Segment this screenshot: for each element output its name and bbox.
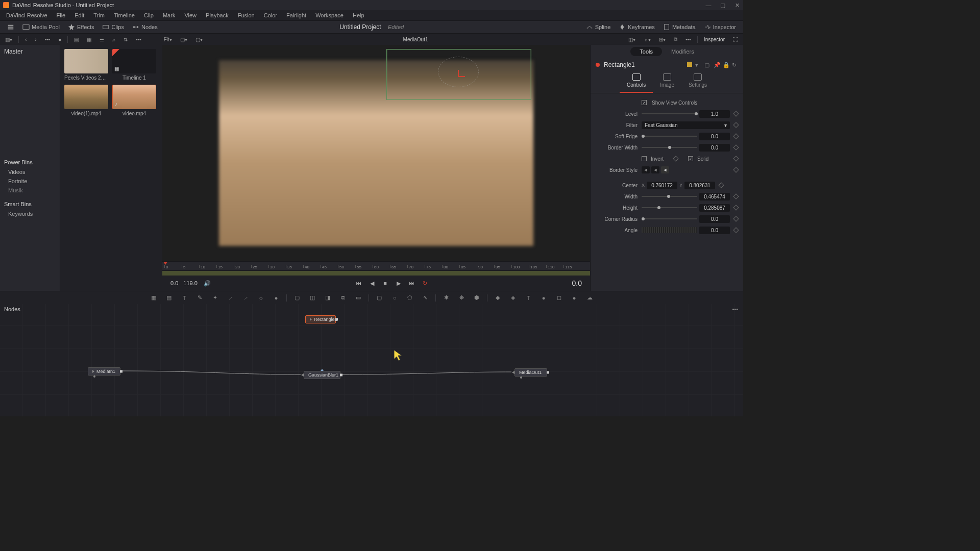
node-rectangle1[interactable]: Rectangle1 — [305, 315, 336, 323]
letterbox-tool-icon[interactable]: ▭ — [353, 293, 363, 303]
play-button[interactable]: ▶ — [394, 279, 403, 288]
menu-timeline[interactable]: Timeline — [110, 11, 139, 19]
sort-icon[interactable]: ⇅ — [121, 36, 130, 43]
level-slider[interactable] — [642, 113, 697, 114]
paint-tool-icon[interactable]: ✎ — [194, 293, 205, 303]
polygon-mask-icon[interactable]: ⬠ — [405, 293, 415, 303]
lock-icon[interactable]: 🔒 — [723, 62, 729, 68]
height-slider[interactable] — [642, 207, 697, 208]
angle-wheel[interactable] — [642, 227, 697, 233]
cloud-tool-icon[interactable]: ☁ — [584, 293, 595, 303]
menu-edit[interactable]: Edit — [70, 11, 88, 19]
transform-tool-icon[interactable]: ◫ — [307, 293, 317, 303]
soft-edge-value[interactable]: 0.0 — [699, 133, 730, 140]
stop-button[interactable]: ■ — [381, 279, 390, 288]
3d-tool-icon[interactable]: ◆ — [493, 293, 503, 303]
menu-view[interactable]: View — [180, 11, 201, 19]
node-mediaout1[interactable]: MediaOut1 — [514, 368, 547, 377]
nodes-options-icon[interactable]: ••• — [732, 306, 738, 312]
mute-button[interactable]: 🔊 — [203, 279, 212, 288]
sphere-tool-icon[interactable]: ● — [569, 293, 579, 303]
minimize-button[interactable]: — — [705, 2, 712, 8]
subtab-image[interactable]: Image — [653, 71, 681, 93]
media-pool-button[interactable]: Media Pool — [19, 22, 63, 32]
rectangle-mask-overlay[interactable] — [386, 49, 531, 100]
menu-help[interactable]: Help — [349, 11, 369, 19]
go-start-button[interactable]: ⏮ — [354, 279, 363, 288]
nodes-button[interactable]: Nodes — [129, 22, 161, 32]
menu-workspace[interactable]: Workspace — [311, 11, 348, 19]
width-slider[interactable] — [642, 196, 697, 197]
menu-trim[interactable]: Trim — [89, 11, 109, 19]
filter-select[interactable]: Fast Gaussian▾ — [642, 121, 730, 129]
show-view-controls-checkbox[interactable] — [642, 100, 647, 105]
detail-view-icon[interactable]: ☰ — [97, 36, 106, 43]
text-tool-icon[interactable]: ▤ — [164, 293, 174, 303]
smart-bin-keywords[interactable]: Keywords — [4, 209, 56, 218]
smart-bins-header[interactable]: Smart Bins — [4, 199, 56, 209]
tab-tools[interactable]: Tools — [630, 47, 662, 56]
pin-icon[interactable]: 📌 — [714, 62, 720, 68]
border-style-3[interactable]: ◄ — [661, 166, 669, 173]
menu-playback[interactable]: Playback — [202, 11, 233, 19]
loop-button[interactable]: ↻ — [421, 279, 430, 288]
keyframe-icon[interactable] — [733, 156, 739, 161]
timeline-ruler[interactable]: 0 5 10 15 20 25 30 35 40 45 50 55 60 65 … — [162, 261, 590, 270]
back-button[interactable]: ‹ — [23, 36, 29, 43]
soft-edge-slider[interactable] — [642, 136, 697, 137]
border-style-2[interactable]: ◄ — [651, 166, 659, 173]
ellipse-mask-icon[interactable]: ○ — [389, 293, 400, 303]
rectangle-mask-icon[interactable]: ▢ — [374, 293, 384, 303]
split-view-icon[interactable]: ◫▾ — [626, 36, 638, 43]
inspector-button[interactable]: Inspector — [701, 22, 739, 32]
menu-color[interactable]: Color — [260, 11, 281, 19]
center-y-value[interactable]: 0.802631 — [684, 182, 715, 189]
light-tool-icon[interactable]: ☼ — [256, 293, 266, 303]
sun-icon[interactable]: ☼▾ — [642, 36, 653, 43]
keyframe-icon[interactable] — [733, 122, 739, 128]
view-mode-2[interactable]: ▢▾ — [193, 36, 205, 43]
mask-tool-icon[interactable]: ⟋ — [225, 293, 235, 303]
nodes-panel[interactable]: Nodes ••• MediaIn1 Rectangle1 GaussianBl… — [0, 304, 743, 416]
node-gaussianblur1[interactable]: GaussianBlur1 — [304, 371, 340, 379]
record-icon[interactable]: ● — [56, 36, 63, 43]
effects-button[interactable]: Effects — [65, 22, 97, 32]
menu-mark[interactable]: Mark — [159, 11, 179, 19]
power-bins-header[interactable]: Power Bins — [4, 157, 56, 167]
node-mediain1[interactable]: MediaIn1 — [88, 367, 120, 375]
invert-checkbox[interactable] — [642, 156, 647, 161]
title-tool-icon[interactable]: T — [179, 293, 189, 303]
options-icon[interactable]: ••• — [134, 36, 143, 43]
subtab-settings[interactable]: Settings — [681, 71, 714, 93]
fit-dropdown[interactable]: Fit▾ — [162, 36, 174, 43]
blur-tool-icon[interactable]: ● — [271, 293, 281, 303]
border-style-1[interactable]: ◄ — [642, 166, 650, 173]
crop-tool-icon[interactable]: ⧉ — [338, 293, 348, 303]
list-view-icon[interactable]: ▤ — [72, 36, 81, 43]
track-clip[interactable] — [162, 271, 590, 276]
background-tool-icon[interactable]: ▦ — [149, 293, 159, 303]
camera-tool-icon[interactable]: ◈ — [508, 293, 518, 303]
view-mode-1[interactable]: ▢▾ — [178, 36, 189, 43]
close-button[interactable]: ✕ — [734, 2, 740, 8]
level-value[interactable]: 1.0 — [699, 110, 730, 118]
menu-davinci[interactable]: DaVinci Resolve — [2, 11, 52, 19]
clip-item[interactable]: video(1).mp4 — [64, 85, 108, 116]
angle-value[interactable]: 0.0 — [699, 227, 730, 234]
menu-fairlight[interactable]: Fairlight — [282, 11, 310, 19]
menu-clip[interactable]: Clip — [140, 11, 158, 19]
menu-fusion[interactable]: Fusion — [234, 11, 259, 19]
spline-button[interactable]: Spline — [583, 22, 614, 32]
maximize-panel-icon[interactable]: ⛶ — [731, 36, 740, 43]
timeline-track[interactable] — [162, 270, 590, 276]
metadata-button[interactable]: Metadata — [660, 22, 699, 32]
shape3d-tool-icon[interactable]: ● — [538, 293, 549, 303]
master-bin[interactable]: Master — [4, 48, 56, 55]
clips-button[interactable]: Clips — [99, 22, 127, 32]
render-tool-icon[interactable]: ⬢ — [472, 293, 482, 303]
center-x-value[interactable]: 0.760172 — [647, 182, 677, 189]
menu-file[interactable]: File — [53, 11, 70, 19]
chevron-down-icon[interactable]: ▾ — [695, 62, 701, 68]
bin-musik[interactable]: Musik — [4, 186, 56, 195]
border-width-value[interactable]: 0.0 — [699, 144, 730, 152]
